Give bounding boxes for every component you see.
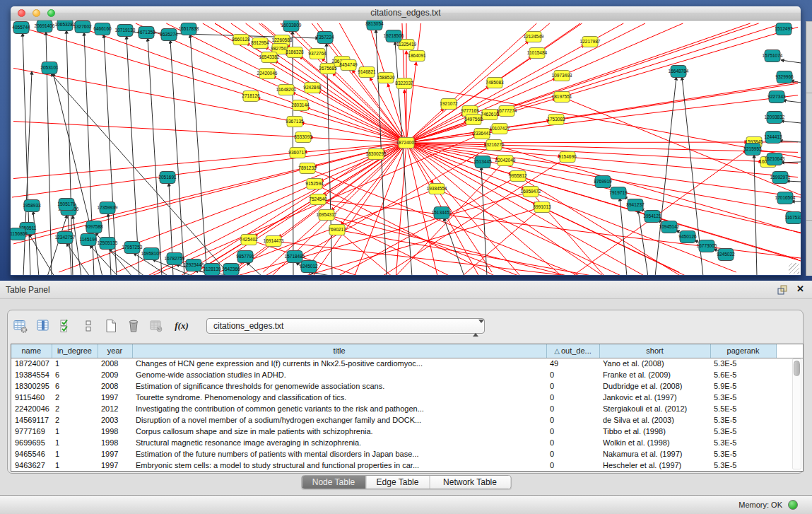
- table-cell[interactable]: 14569117: [11, 414, 52, 426]
- citation-edge-black[interactable]: [781, 60, 801, 63]
- table-cell[interactable]: 1: [52, 426, 98, 437]
- citation-edge-black[interactable]: [148, 38, 162, 275]
- column-header-in_degree[interactable]: in_degree: [52, 344, 98, 358]
- citation-edge-red[interactable]: [507, 23, 783, 111]
- citation-edge-black[interactable]: [781, 121, 801, 123]
- citation-edge-black[interactable]: [754, 155, 757, 275]
- table-cell[interactable]: 2012: [98, 403, 132, 414]
- network-window-titlebar[interactable]: citations_edges.txt: [11, 6, 801, 21]
- tab-edge-table[interactable]: Edge Table: [365, 476, 429, 489]
- citation-edge-black[interactable]: [247, 262, 262, 275]
- table-cell[interactable]: Investigating the contribution of common…: [132, 403, 546, 414]
- citation-edge-black[interactable]: [655, 77, 676, 275]
- table-row[interactable]: 969969511998Structural magnetic resonanc…: [11, 437, 803, 448]
- table-cell[interactable]: 49: [546, 358, 599, 369]
- citation-edge-red[interactable]: [500, 83, 798, 129]
- table-row[interactable]: 1872400712008Changes of HCN gene express…: [11, 358, 803, 369]
- table-cell[interactable]: 0: [546, 369, 599, 380]
- table-cell[interactable]: 6: [52, 369, 98, 380]
- zoom-window-button[interactable]: [47, 9, 55, 17]
- table-cell[interactable]: Structural magnetic resonance image aver…: [132, 437, 546, 448]
- table-cell[interactable]: 1998: [98, 426, 132, 437]
- delete-column-button[interactable]: [126, 317, 141, 335]
- table-cell[interactable]: 1: [52, 437, 98, 448]
- table-cell[interactable]: 2: [52, 403, 98, 414]
- table-row[interactable]: 2242004622012Investigating the contribut…: [11, 403, 803, 414]
- table-cell[interactable]: Stergiakouli et al. (2012): [599, 403, 710, 414]
- column-header-year[interactable]: year: [98, 344, 132, 358]
- citation-edge-black[interactable]: [783, 100, 801, 103]
- table-cell[interactable]: de Silva et al. (2003): [599, 414, 710, 426]
- table-cell[interactable]: 5.3E-5: [710, 460, 776, 471]
- table-cell[interactable]: 1: [52, 358, 98, 369]
- table-cell[interactable]: 0: [546, 380, 599, 392]
- table-cell[interactable]: 0: [546, 403, 599, 414]
- table-cell[interactable]: Hescheler et al. (1997): [599, 460, 710, 471]
- table-cell[interactable]: 0: [546, 392, 599, 403]
- table-cell[interactable]: 9465546: [11, 448, 52, 460]
- table-cell[interactable]: 1997: [98, 448, 132, 460]
- table-row[interactable]: 1456911722003Disruption of a novel membe…: [11, 414, 803, 426]
- citation-edge-red[interactable]: [406, 142, 748, 143]
- table-cell[interactable]: Dudbridge et al. (2008): [599, 380, 710, 392]
- table-cell[interactable]: 0: [546, 414, 599, 426]
- function-builder-button[interactable]: f(x): [171, 317, 192, 335]
- close-panel-button[interactable]: ✕: [796, 284, 804, 294]
- citation-edge-black[interactable]: [33, 211, 39, 275]
- citation-edge-red[interactable]: [306, 107, 406, 143]
- table-cell[interactable]: Yano et al. (2008): [599, 358, 710, 369]
- table-cell[interactable]: 1997: [98, 392, 132, 403]
- table-cell[interactable]: 18724007: [11, 358, 52, 369]
- table-cell[interactable]: Estimation of significance thresholds fo…: [132, 380, 546, 392]
- table-row[interactable]: 946362711997Embryonic stem cells: a mode…: [11, 460, 803, 471]
- citation-edge-black[interactable]: [781, 162, 801, 163]
- citation-edge-red[interactable]: [12, 143, 406, 197]
- table-cell[interactable]: Corpus callosum shape and size in male p…: [132, 426, 546, 437]
- citation-edge-red[interactable]: [69, 23, 300, 105]
- table-cell[interactable]: 5.3E-5: [710, 414, 776, 426]
- minimize-window-button[interactable]: [33, 9, 40, 17]
- table-cell[interactable]: Disruption of a novel member of a sodium…: [132, 414, 546, 426]
- table-row[interactable]: 977716911998Corpus callosum shape and si…: [11, 426, 803, 437]
- table-cell[interactable]: Wolkin et al. (1998): [599, 437, 710, 448]
- table-cell[interactable]: 0: [546, 460, 599, 471]
- table-cell[interactable]: 5.3E-5: [710, 437, 776, 448]
- citation-edge-red[interactable]: [473, 23, 751, 119]
- table-cell[interactable]: 1: [52, 460, 98, 471]
- tab-node-table[interactable]: Node Table: [302, 476, 365, 489]
- table-cell[interactable]: 2003: [98, 414, 132, 426]
- table-row[interactable]: 1938455462009Genome-wide association stu…: [11, 369, 803, 380]
- window-resize-grip-icon[interactable]: [789, 263, 799, 274]
- column-header-out_de[interactable]: △out_de...: [546, 344, 599, 358]
- column-header-name[interactable]: name: [11, 344, 52, 358]
- citation-edge-red[interactable]: [406, 62, 416, 143]
- table-cell[interactable]: Estimation of the future numbers of pati…: [132, 448, 546, 460]
- table-options-button[interactable]: [13, 317, 28, 335]
- column-header-pagerank[interactable]: pagerank: [710, 344, 776, 358]
- table-cell[interactable]: 9699695: [11, 437, 52, 448]
- table-cell[interactable]: Tibbo et al. (1998): [599, 426, 710, 437]
- show-column-button[interactable]: [35, 317, 51, 335]
- table-cell[interactable]: 18300295: [11, 380, 52, 392]
- table-cell[interactable]: 2: [52, 392, 98, 403]
- table-cell[interactable]: 22420046: [11, 403, 52, 414]
- citation-edge-black[interactable]: [73, 216, 81, 275]
- table-cell[interactable]: 1: [52, 448, 98, 460]
- network-canvas[interactable]: 1872400786601288912954122605889827503165…: [11, 21, 801, 275]
- table-cell[interactable]: 2008: [98, 380, 132, 392]
- table-cell[interactable]: 5.6E-5: [710, 369, 776, 380]
- table-cell[interactable]: 9777169: [11, 426, 52, 437]
- table-row[interactable]: 911546021997Tourette syndrome. Phenomeno…: [11, 392, 803, 403]
- table-chooser-select[interactable]: citations_edges.txt: [206, 318, 485, 334]
- table-cell[interactable]: 1997: [98, 460, 132, 471]
- table-cell[interactable]: 5.3E-5: [710, 358, 776, 369]
- table-cell[interactable]: 9463627: [11, 460, 52, 471]
- table-cell[interactable]: 5.3E-5: [710, 426, 776, 437]
- table-cell[interactable]: 5.3E-5: [710, 448, 776, 460]
- table-cell[interactable]: 2008: [98, 358, 132, 369]
- citation-edge-black[interactable]: [190, 35, 207, 275]
- table-cell[interactable]: Genome-wide association studies in ADHD.: [132, 369, 546, 380]
- select-columns-button[interactable]: [58, 317, 73, 335]
- citation-edge-red[interactable]: [406, 143, 731, 275]
- table-cell[interactable]: Embryonic stem cells: a model to study s…: [132, 460, 546, 471]
